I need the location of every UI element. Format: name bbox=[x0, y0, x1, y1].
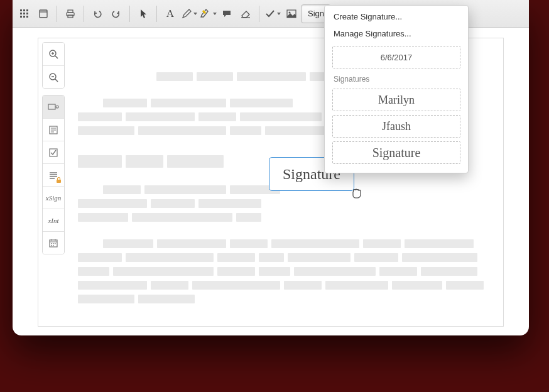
left-sidebar: xSign xInt bbox=[42, 42, 65, 261]
svg-rect-9 bbox=[40, 10, 47, 18]
annotate-icon[interactable] bbox=[43, 95, 64, 118]
grid-icon[interactable] bbox=[15, 4, 34, 23]
redo-icon[interactable] bbox=[107, 4, 126, 23]
signature-option-3[interactable]: Signature bbox=[332, 141, 460, 164]
chevron-down-icon bbox=[193, 13, 197, 15]
svg-line-18 bbox=[55, 56, 58, 58]
signature-icon[interactable]: xSign bbox=[43, 186, 64, 209]
undo-icon[interactable] bbox=[88, 4, 107, 23]
date-stamp-option[interactable]: 6/6/2017 bbox=[332, 46, 460, 68]
check-icon[interactable] bbox=[263, 4, 282, 23]
print-icon[interactable] bbox=[61, 4, 80, 23]
zoom-in-icon[interactable] bbox=[43, 43, 64, 65]
svg-rect-44 bbox=[53, 245, 54, 246]
svg-rect-6 bbox=[20, 16, 22, 18]
redact-icon[interactable] bbox=[43, 163, 64, 186]
svg-rect-5 bbox=[26, 13, 28, 14]
svg-rect-7 bbox=[23, 16, 25, 18]
initials-icon[interactable]: xInt bbox=[43, 209, 64, 231]
svg-rect-24 bbox=[48, 104, 55, 109]
toolbar-separator bbox=[129, 6, 130, 22]
page-icon[interactable] bbox=[34, 4, 53, 23]
comment-icon[interactable] bbox=[217, 4, 236, 23]
svg-rect-11 bbox=[68, 10, 73, 13]
signature-option-2[interactable]: Jfaush bbox=[332, 115, 460, 138]
svg-rect-35 bbox=[57, 180, 61, 183]
checkbox-icon[interactable] bbox=[43, 141, 64, 163]
svg-rect-3 bbox=[20, 13, 22, 14]
zoom-out-icon[interactable] bbox=[43, 65, 64, 88]
svg-rect-40 bbox=[51, 243, 52, 244]
manage-signatures-item[interactable]: Manage Signatures... bbox=[325, 25, 468, 42]
toolbar-separator bbox=[57, 6, 57, 22]
svg-point-25 bbox=[56, 106, 58, 108]
svg-rect-4 bbox=[23, 13, 25, 14]
toolbar-separator bbox=[259, 6, 259, 22]
chevron-down-icon bbox=[213, 13, 217, 15]
text-A-icon[interactable]: A bbox=[161, 4, 180, 23]
form-icon[interactable] bbox=[43, 118, 64, 141]
svg-rect-8 bbox=[26, 16, 28, 18]
pointer-icon[interactable] bbox=[134, 4, 153, 23]
svg-rect-1 bbox=[23, 9, 25, 11]
highlighter-icon[interactable] bbox=[198, 4, 217, 23]
tools-group: xSign xInt bbox=[42, 95, 65, 254]
svg-rect-43 bbox=[51, 245, 52, 246]
pencil-icon[interactable] bbox=[180, 4, 198, 23]
sign-button-label: Sign bbox=[308, 9, 324, 18]
create-signature-item[interactable]: Create Signature... bbox=[325, 8, 468, 25]
svg-rect-42 bbox=[55, 243, 56, 244]
svg-rect-0 bbox=[20, 9, 22, 11]
eraser-icon[interactable] bbox=[236, 4, 255, 23]
calendar-icon[interactable] bbox=[43, 231, 64, 254]
svg-rect-30 bbox=[50, 149, 57, 156]
signature-option-1[interactable]: Marilyn bbox=[332, 89, 460, 111]
signatures-section-label: Signatures bbox=[325, 71, 468, 85]
toolbar-separator bbox=[84, 6, 84, 22]
zoom-group bbox=[42, 42, 65, 89]
sign-dropdown: Create Signature... Manage Signatures...… bbox=[324, 5, 469, 173]
svg-rect-2 bbox=[26, 9, 28, 11]
toolbar-separator bbox=[156, 6, 157, 22]
app-window: A Sign bbox=[13, 0, 529, 335]
chevron-down-icon bbox=[277, 13, 281, 15]
image-icon[interactable] bbox=[282, 4, 301, 23]
svg-line-22 bbox=[55, 79, 58, 82]
svg-rect-41 bbox=[53, 243, 54, 244]
